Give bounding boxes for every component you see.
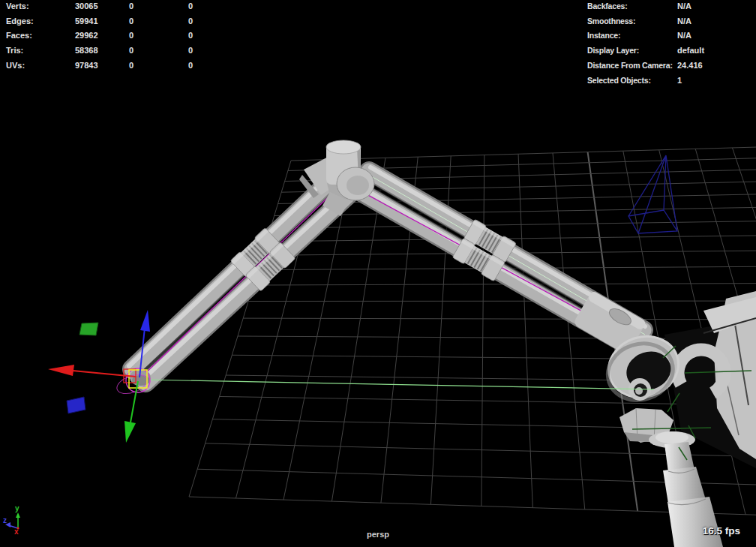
detail-label: Display Layer: — [587, 46, 639, 55]
move-manipulator — [48, 310, 150, 443]
detail-value: 1 — [677, 76, 682, 85]
axis-z-label: z — [3, 516, 7, 524]
object-detail-row: Backfaces: N/A — [0, 2, 756, 12]
green-marker[interactable] — [80, 323, 98, 335]
detail-value: N/A — [677, 31, 692, 40]
detail-value: 24.416 — [677, 61, 703, 70]
object-detail-row: Display Layer: default — [0, 46, 756, 56]
detail-value: default — [677, 46, 704, 55]
detail-label: Backfaces: — [587, 2, 627, 11]
detail-label: Smoothness: — [587, 17, 635, 26]
arm-lower-tubes — [129, 176, 348, 383]
detail-label: Instance: — [587, 31, 620, 40]
axis-y-label: y — [15, 504, 20, 512]
camera-name-label: persp — [0, 530, 756, 539]
object-detail-row: Instance: N/A — [0, 31, 756, 41]
ik-handle-line[interactable] — [143, 380, 654, 389]
blue-marker[interactable] — [67, 397, 86, 413]
detail-label: Selected Objects: — [587, 76, 651, 85]
wrist-assembly — [573, 290, 756, 547]
maya-viewport-window: { "hud": { "poly_count": { "rows": [ {"l… — [0, 0, 756, 547]
object-detail-row: Smoothness: N/A — [0, 17, 756, 27]
object-detail-row: Selected Objects: 1 — [0, 76, 756, 86]
object-details-hud: Backfaces: N/A Smoothness: N/A Instance:… — [0, 2, 756, 92]
detail-value: N/A — [677, 17, 692, 26]
object-detail-row: Distance From Camera: 24.416 — [0, 61, 756, 71]
detail-label: Distance From Camera: — [587, 61, 673, 70]
detail-value: N/A — [677, 2, 692, 11]
robot-arm-model[interactable] — [129, 140, 756, 547]
fps-counter: 16.5 fps — [703, 525, 740, 536]
